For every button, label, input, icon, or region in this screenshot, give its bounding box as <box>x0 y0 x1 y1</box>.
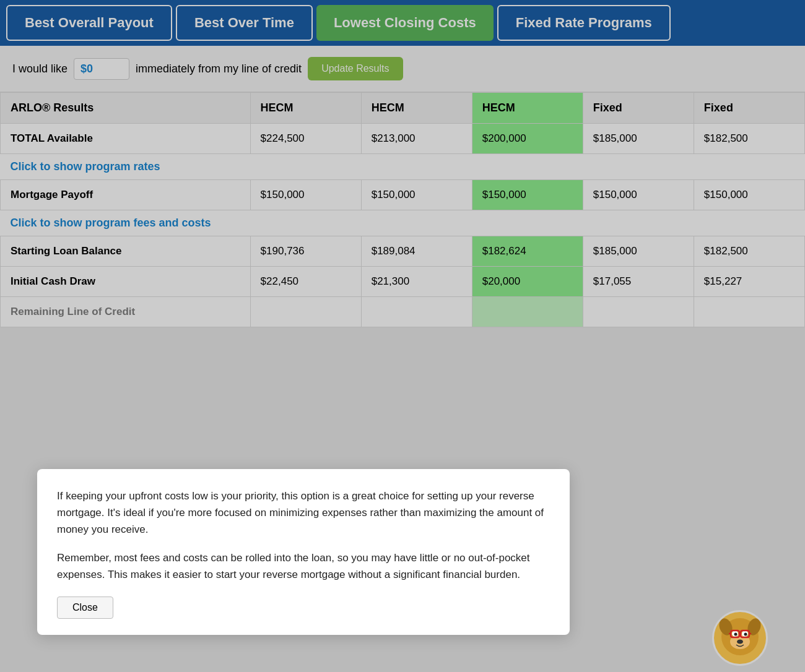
modal-box: If keeping your upfront costs low is you… <box>37 469 570 635</box>
close-button[interactable]: Close <box>57 597 113 619</box>
svg-point-11 <box>734 633 738 636</box>
modal-paragraph-2: Remember, most fees and costs can be rol… <box>57 549 550 583</box>
modal-overlay: If keeping your upfront costs low is you… <box>0 0 805 672</box>
modal-paragraph-1: If keeping your upfront costs low is you… <box>57 488 550 538</box>
mascot-svg <box>715 613 765 663</box>
svg-point-13 <box>737 640 743 644</box>
mascot <box>712 610 768 666</box>
svg-point-12 <box>744 633 747 636</box>
mascot-icon <box>712 610 768 666</box>
